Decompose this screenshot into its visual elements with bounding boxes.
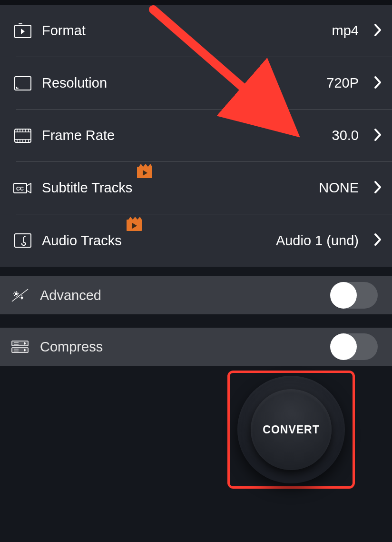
chevron-right-icon [374,76,382,91]
settings-list: Format mp4 Resolution 720P [0,5,392,267]
setting-label: Subtitle Tracks [42,180,132,196]
setting-value: Audio 1 (und) [276,233,359,249]
setting-label: Audio Tracks [42,233,122,249]
svg-point-8 [15,292,18,295]
audio-icon [13,231,32,250]
resolution-icon [13,74,32,93]
subtitles-icon: CC [13,179,32,198]
compress-toggle[interactable] [330,333,378,360]
framerate-icon [13,126,32,145]
pro-badge-icon [126,217,143,235]
svg-text:CC: CC [16,186,24,191]
setting-label: Frame Rate [42,128,115,143]
advanced-row: Advanced [0,276,392,314]
format-icon [13,21,32,40]
advanced-label: Advanced [40,288,101,303]
svg-point-9 [21,297,23,299]
setting-resolution[interactable]: Resolution 720P [16,57,392,110]
annotation-highlight-box: CONVERT [227,371,355,489]
chevron-right-icon [374,181,382,196]
toggle-knob [330,282,357,309]
setting-audio[interactable]: Audio Tracks Audio 1 (und) [16,214,392,267]
convert-label: CONVERT [263,423,319,436]
setting-subtitles[interactable]: CC Subtitle Tracks NONE [16,162,392,214]
section-gap [0,314,392,328]
chevron-right-icon [374,128,382,143]
setting-framerate[interactable]: Frame Rate 30.0 [16,110,392,162]
chevron-right-icon [374,23,382,39]
setting-label: Resolution [42,75,107,91]
advanced-toggle[interactable] [330,282,378,309]
setting-value: NONE [319,180,359,196]
setting-value: mp4 [332,23,359,39]
toggle-knob [330,333,357,360]
section-gap [0,267,392,276]
pro-badge-icon [136,164,153,182]
status-bar-gap [0,0,392,5]
compress-row: Compress [0,328,392,366]
convert-button[interactable]: CONVERT [251,389,332,470]
convert-button-outer: CONVERT [237,376,345,483]
setting-value: 30.0 [332,128,359,143]
advanced-icon [10,286,29,305]
chevron-right-icon [374,233,382,248]
compress-icon [10,337,29,356]
setting-format[interactable]: Format mp4 [16,5,392,57]
compress-label: Compress [40,339,103,355]
bottom-area: CONVERT [0,366,392,542]
setting-label: Format [42,23,86,39]
setting-value: 720P [326,75,359,91]
